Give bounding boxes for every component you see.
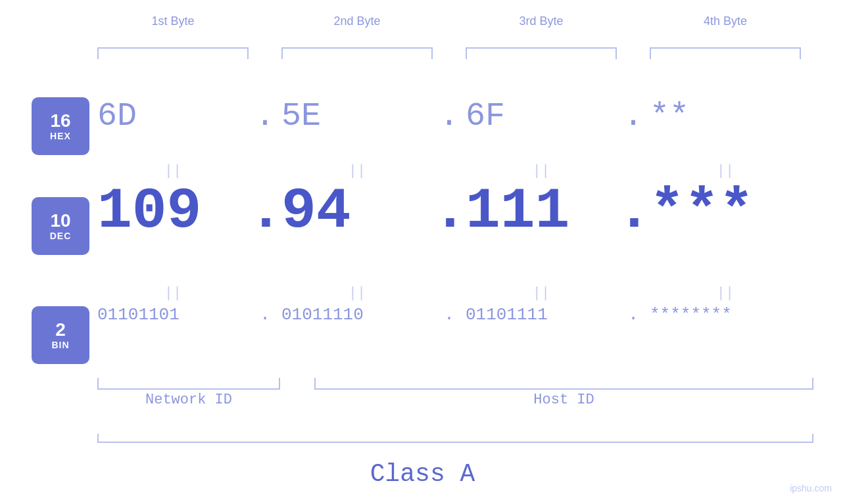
bottom-brackets-row: [97, 378, 813, 391]
top-bracket-3: [466, 47, 617, 59]
eq-3: ||: [466, 163, 617, 179]
bin-dot-2: .: [433, 305, 466, 325]
equals-row-hex-dec: || || || ||: [97, 163, 813, 179]
bin-byte-4: ********: [650, 305, 801, 325]
top-bracket-2: [281, 47, 433, 59]
dec-byte-4: ***: [650, 183, 801, 241]
badge-hex-number: 16: [50, 111, 70, 131]
dec-byte-1: 109: [97, 183, 249, 241]
eq-b2: ||: [281, 285, 433, 302]
dec-value-row: 109 . 94 . 111 . ***: [97, 183, 813, 241]
dec-dot-1: .: [249, 183, 281, 241]
overall-bottom-bracket: [97, 434, 813, 443]
eq-b3: ||: [466, 285, 617, 302]
hex-byte-1: 6D: [97, 97, 249, 135]
badge-dec-number: 10: [50, 211, 70, 231]
eq-b1: ||: [97, 285, 249, 302]
eq-1: ||: [97, 163, 249, 179]
badge-dec: 10 DEC: [32, 197, 89, 255]
network-id-label: Network ID: [97, 392, 280, 408]
bin-value-row: 01101101 . 01011110 . 01101111 . *******…: [97, 305, 813, 325]
hex-byte-4: **: [650, 97, 801, 135]
bin-byte-2: 01011110: [281, 305, 433, 325]
host-bracket: [314, 378, 813, 390]
badge-hex-label: HEX: [50, 131, 71, 141]
hex-byte-3: 6F: [466, 97, 617, 135]
bin-byte-1: 01101101: [97, 305, 249, 325]
eq-4: ||: [650, 163, 801, 179]
badge-bin-number: 2: [55, 320, 66, 340]
col-header-2: 2nd Byte: [281, 14, 433, 28]
top-bracket-1: [97, 47, 249, 59]
bin-byte-3: 01101111: [466, 305, 617, 325]
network-bracket: [97, 378, 280, 390]
bin-dot-3: .: [617, 305, 650, 325]
badge-dec-label: DEC: [50, 231, 72, 241]
dec-dot-2: .: [433, 183, 466, 241]
badge-hex: 16 HEX: [32, 97, 89, 155]
hex-dot-2: .: [433, 97, 466, 135]
main-container: 1st Byte 2nd Byte 3rd Byte 4th Byte 16 H…: [0, 0, 845, 504]
equals-row-dec-bin: || || || ||: [97, 285, 813, 302]
watermark: ipshu.com: [790, 483, 832, 493]
top-bracket-4: [650, 47, 801, 59]
hex-value-row: 6D . 5E . 6F . **: [97, 97, 813, 135]
col-header-1: 1st Byte: [97, 14, 249, 28]
dec-byte-3: 111: [466, 183, 617, 241]
col-header-4: 4th Byte: [650, 14, 801, 28]
eq-2: ||: [281, 163, 433, 179]
hex-dot-3: .: [617, 97, 650, 135]
hex-byte-2: 5E: [281, 97, 433, 135]
host-id-label: Host ID: [314, 392, 813, 408]
top-brackets: [97, 47, 813, 60]
column-headers-row: 1st Byte 2nd Byte 3rd Byte 4th Byte: [97, 14, 813, 28]
class-label: Class A: [0, 460, 845, 488]
dec-byte-2: 94: [281, 183, 433, 241]
badge-bin: 2 BIN: [32, 306, 89, 364]
badge-bin-label: BIN: [51, 340, 69, 350]
eq-b4: ||: [650, 285, 801, 302]
hex-dot-1: .: [249, 97, 281, 135]
dec-dot-3: .: [617, 183, 650, 241]
bin-dot-1: .: [249, 305, 281, 325]
col-header-3: 3rd Byte: [466, 14, 617, 28]
id-label-row: Network ID Host ID: [97, 392, 813, 408]
